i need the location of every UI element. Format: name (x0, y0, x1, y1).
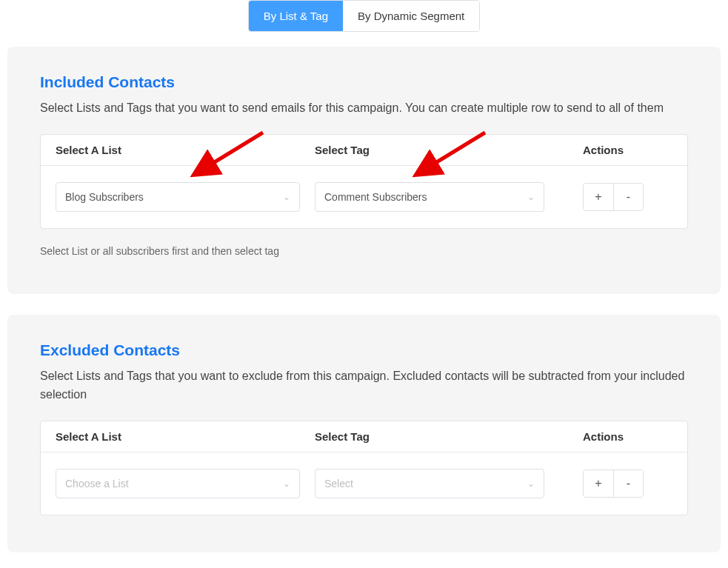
tab-group: By List & Tag By Dynamic Segment (248, 0, 481, 32)
add-row-button[interactable]: + (584, 470, 613, 497)
header-actions: Actions (559, 144, 672, 156)
chevron-down-icon: ⌄ (283, 478, 290, 489)
excluded-table-header: Select A List Select Tag Actions (41, 421, 687, 452)
included-action-buttons: + - (583, 183, 644, 211)
included-row: Blog Subscribers ⌄ Comment Subscribers ⌄… (41, 166, 687, 228)
remove-row-button[interactable]: - (613, 184, 643, 210)
included-list-select[interactable]: Blog Subscribers ⌄ (56, 182, 300, 212)
included-table-header: Select A List Select Tag Actions (41, 135, 687, 166)
included-tag-value: Comment Subscribers (324, 191, 427, 203)
remove-row-button[interactable]: - (613, 470, 643, 497)
excluded-description: Select Lists and Tags that you want to e… (40, 367, 688, 404)
header-select-list: Select A List (56, 430, 315, 443)
tab-by-dynamic-segment[interactable]: By Dynamic Segment (343, 1, 479, 31)
excluded-tag-select[interactable]: Select ⌄ (315, 469, 544, 498)
excluded-action-buttons: + - (583, 470, 644, 498)
excluded-list-placeholder: Choose a List (65, 478, 129, 490)
add-row-button[interactable]: + (584, 184, 613, 210)
included-list-value: Blog Subscribers (65, 191, 144, 203)
chevron-down-icon: ⌄ (527, 478, 535, 489)
excluded-title: Excluded Contacts (40, 341, 688, 359)
excluded-row: Choose a List ⌄ Select ⌄ + - (41, 452, 687, 515)
tab-container: By List & Tag By Dynamic Segment (0, 0, 728, 47)
header-actions: Actions (559, 430, 672, 443)
included-table: Select A List Select Tag Actions Blog Su… (40, 134, 688, 229)
included-description: Select Lists and Tags that you want to s… (40, 98, 688, 118)
included-panel: Included Contacts Select Lists and Tags … (7, 47, 721, 294)
tab-by-list-tag[interactable]: By List & Tag (249, 1, 343, 31)
header-select-list: Select A List (56, 144, 315, 156)
excluded-tag-placeholder: Select (324, 478, 353, 490)
header-select-tag: Select Tag (315, 430, 559, 443)
excluded-panel: Excluded Contacts Select Lists and Tags … (7, 315, 721, 552)
included-hint: Select List or all subscribers first and… (40, 245, 688, 257)
included-tag-select[interactable]: Comment Subscribers ⌄ (315, 182, 544, 212)
chevron-down-icon: ⌄ (527, 192, 535, 202)
excluded-table: Select A List Select Tag Actions Choose … (40, 421, 688, 515)
included-title: Included Contacts (40, 73, 688, 91)
header-select-tag: Select Tag (315, 144, 559, 156)
excluded-list-select[interactable]: Choose a List ⌄ (56, 469, 300, 498)
chevron-down-icon: ⌄ (283, 192, 290, 202)
